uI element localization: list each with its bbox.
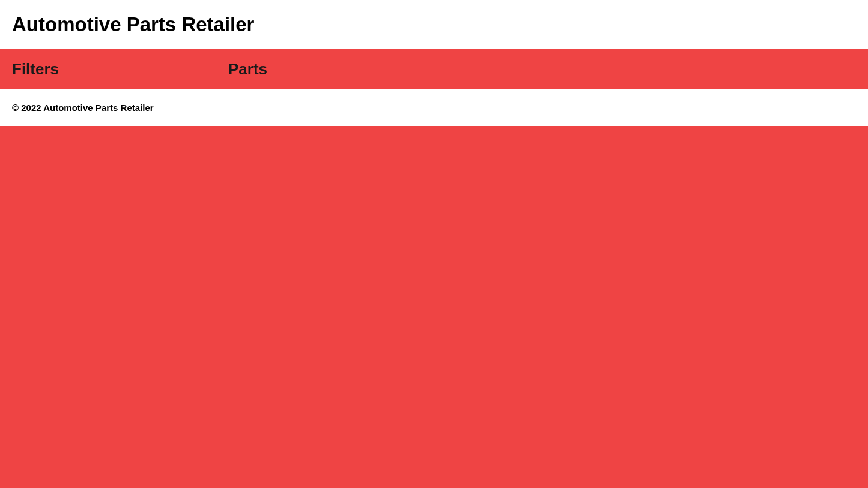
parts-content: Parts (216, 49, 868, 89)
filters-title: Filters (12, 60, 204, 79)
page-title: Automotive Parts Retailer (12, 13, 856, 36)
main-content: Filters Parts (0, 49, 868, 89)
parts-title: Parts (228, 60, 856, 79)
header: Automotive Parts Retailer (0, 0, 868, 49)
footer: © 2022 Automotive Parts Retailer (0, 89, 868, 126)
filters-sidebar: Filters (0, 49, 216, 89)
copyright-text: © 2022 Automotive Parts Retailer (12, 103, 856, 113)
